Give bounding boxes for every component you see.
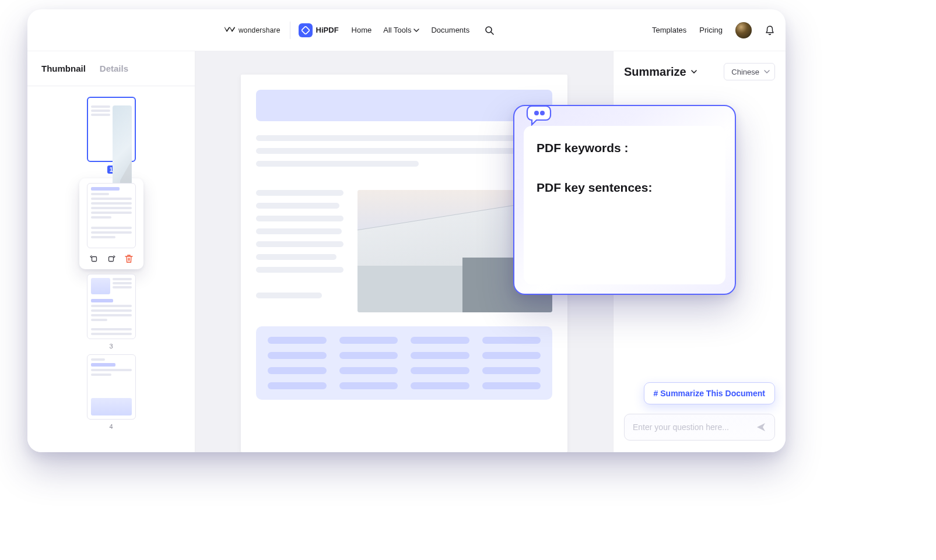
- nav-all-tools-label: All Tools: [383, 26, 411, 34]
- search-button[interactable]: [485, 26, 494, 35]
- wondershare-logo-text: wondershare: [239, 26, 281, 34]
- header-right: Templates Pricing: [652, 22, 775, 38]
- send-icon: [756, 422, 766, 432]
- rotate-left-button[interactable]: [88, 253, 100, 265]
- summarize-button[interactable]: # Summarize This Document: [644, 382, 775, 404]
- summarize-dropdown[interactable]: Summarize: [624, 65, 697, 79]
- thumbnail-list: 1: [27, 86, 195, 452]
- trash-icon: [125, 254, 133, 263]
- notifications-button[interactable]: [765, 25, 775, 36]
- thumbnail-item-hover[interactable]: [79, 178, 143, 269]
- svg-rect-0: [302, 26, 310, 34]
- nav-all-tools[interactable]: All Tools: [383, 26, 419, 34]
- nav-documents[interactable]: Documents: [431, 26, 469, 34]
- chevron-down-icon: [413, 27, 419, 33]
- page-number: 4: [109, 423, 113, 430]
- ai-result-popup: PDF keywords : PDF key sentences:: [513, 105, 736, 295]
- svg-line-2: [491, 32, 493, 34]
- thumbnail-preview: [87, 354, 136, 420]
- tab-thumbnail[interactable]: Thumbnail: [41, 64, 86, 73]
- chevron-down-icon: [764, 69, 770, 75]
- tab-details[interactable]: Details: [100, 64, 128, 73]
- thumbnail-item[interactable]: 4: [87, 354, 136, 430]
- thumbnail-actions: [88, 253, 135, 265]
- pdf-keywords-label: PDF keywords :: [537, 141, 713, 155]
- pdf-key-sentences-label: PDF key sentences:: [537, 181, 713, 195]
- thumbnail-item[interactable]: 3: [87, 274, 136, 350]
- chat-input-box: [624, 414, 775, 441]
- chevron-down-icon: [691, 69, 697, 75]
- top-header: wondershare HiPDF Home All Tools Documen…: [27, 9, 786, 51]
- thumbnail-preview: [87, 183, 136, 248]
- primary-nav: Home All Tools Documents: [352, 26, 495, 35]
- bell-icon: [765, 25, 775, 36]
- svg-point-6: [540, 111, 545, 115]
- ai-result-card: PDF keywords : PDF key sentences:: [524, 126, 725, 284]
- thumbnail-sidebar: Thumbnail Details: [27, 51, 195, 452]
- svg-rect-3: [92, 257, 96, 262]
- hipdf-logo[interactable]: HiPDF: [299, 23, 339, 37]
- summarize-label: Summarize: [624, 65, 686, 79]
- chat-bubble-icon: [525, 103, 553, 126]
- nav-home[interactable]: Home: [352, 26, 372, 34]
- svg-point-5: [534, 111, 539, 115]
- thumbnail-preview: [87, 274, 136, 339]
- thumbnail-preview: [87, 97, 136, 162]
- rotate-right-button[interactable]: [106, 253, 117, 265]
- send-button[interactable]: [756, 422, 766, 432]
- page-number: 3: [109, 343, 113, 350]
- rotate-right-icon: [107, 254, 116, 263]
- sidebar-tabs: Thumbnail Details: [27, 51, 195, 86]
- svg-rect-4: [108, 257, 113, 262]
- delete-page-button[interactable]: [123, 253, 135, 265]
- rotate-left-icon: [89, 254, 99, 263]
- language-select[interactable]: Chinese: [724, 63, 775, 80]
- nav-templates[interactable]: Templates: [652, 26, 686, 34]
- chat-input[interactable]: [633, 422, 750, 432]
- nav-pricing[interactable]: Pricing: [699, 26, 723, 34]
- language-select-value: Chinese: [731, 68, 759, 76]
- document-table: [256, 326, 552, 400]
- search-icon: [485, 26, 494, 35]
- wondershare-logo-icon: [225, 27, 235, 34]
- wondershare-logo[interactable]: wondershare: [225, 22, 290, 39]
- hipdf-logo-icon: [299, 23, 313, 37]
- avatar[interactable]: [735, 22, 752, 38]
- hipdf-logo-text: HiPDF: [316, 26, 339, 34]
- thumbnail-item[interactable]: 1: [87, 97, 136, 174]
